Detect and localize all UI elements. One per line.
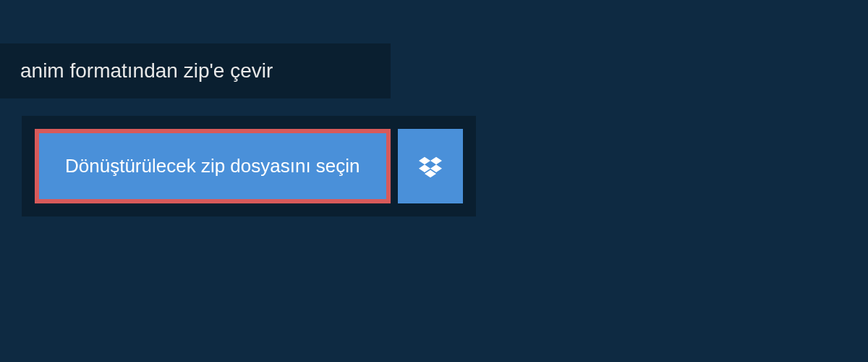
- page-title: anim formatından zip'e çevir: [0, 43, 391, 98]
- select-file-button[interactable]: Dönüştürülecek zip dosyasını seçin: [35, 129, 391, 203]
- dropbox-button[interactable]: [398, 129, 463, 203]
- page-title-text: anim formatından zip'e çevir: [20, 59, 273, 82]
- select-file-label: Dönüştürülecek zip dosyasını seçin: [65, 155, 360, 177]
- upload-panel: Dönüştürülecek zip dosyasını seçin: [22, 116, 476, 216]
- dropbox-icon: [419, 155, 442, 178]
